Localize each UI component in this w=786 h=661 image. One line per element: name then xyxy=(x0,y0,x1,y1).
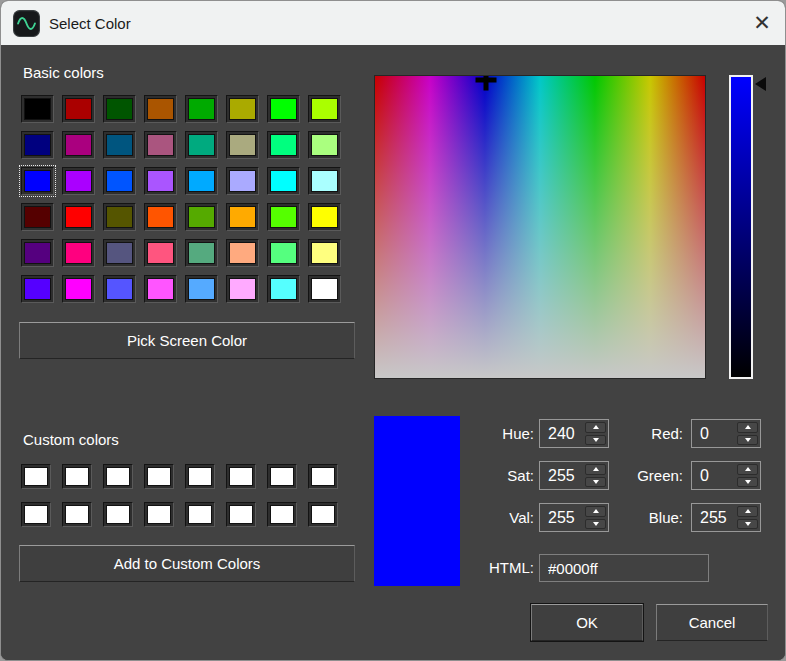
basic-color-swatch[interactable] xyxy=(185,95,218,123)
custom-color-swatch[interactable] xyxy=(226,464,256,489)
basic-color-swatch[interactable] xyxy=(144,167,177,195)
custom-color-swatch[interactable] xyxy=(185,464,215,489)
basic-color-swatch[interactable] xyxy=(62,131,95,159)
blue-spinbox[interactable]: 255 xyxy=(691,503,761,532)
basic-color-swatch[interactable] xyxy=(185,203,218,231)
basic-color-swatch[interactable] xyxy=(103,131,136,159)
basic-color-swatch[interactable] xyxy=(267,95,300,123)
basic-color-swatch[interactable] xyxy=(185,131,218,159)
hue-saturation-picker[interactable] xyxy=(374,75,706,379)
basic-color-swatch[interactable] xyxy=(308,275,341,303)
basic-color-swatch[interactable] xyxy=(21,203,54,231)
basic-color-swatch[interactable] xyxy=(103,275,136,303)
basic-color-swatch[interactable] xyxy=(267,131,300,159)
green-spinbox[interactable]: 0 xyxy=(691,461,761,490)
blue-spin-up-button[interactable] xyxy=(737,506,758,517)
custom-color-swatch[interactable] xyxy=(144,464,174,489)
basic-color-swatch[interactable] xyxy=(144,275,177,303)
swatch-color xyxy=(65,170,92,192)
custom-color-swatch[interactable] xyxy=(267,464,297,489)
red-spin-up-button[interactable] xyxy=(737,422,758,433)
basic-color-swatch[interactable] xyxy=(185,239,218,267)
custom-color-swatch[interactable] xyxy=(308,502,338,527)
value-slider[interactable] xyxy=(729,75,753,379)
picker-crosshair-icon[interactable] xyxy=(476,75,497,90)
basic-color-swatch[interactable] xyxy=(226,95,259,123)
basic-color-swatch[interactable] xyxy=(226,131,259,159)
basic-color-swatch[interactable] xyxy=(62,95,95,123)
basic-color-swatch[interactable] xyxy=(21,167,54,195)
custom-color-swatch[interactable] xyxy=(103,464,133,489)
basic-color-swatch[interactable] xyxy=(103,95,136,123)
swatch-color xyxy=(229,278,256,300)
basic-color-swatch[interactable] xyxy=(144,239,177,267)
basic-color-swatch[interactable] xyxy=(21,239,54,267)
value-slider-arrow-icon[interactable] xyxy=(755,77,766,91)
custom-color-swatch[interactable] xyxy=(308,464,338,489)
basic-color-swatch[interactable] xyxy=(62,239,95,267)
basic-color-swatch[interactable] xyxy=(267,275,300,303)
blue-spin-down-button[interactable] xyxy=(737,519,758,530)
basic-color-swatch[interactable] xyxy=(21,275,54,303)
basic-color-swatch[interactable] xyxy=(185,167,218,195)
dialog-body: Basic colors Pick Screen Color Custom co… xyxy=(1,45,785,660)
basic-color-swatch[interactable] xyxy=(144,203,177,231)
basic-color-swatch[interactable] xyxy=(185,275,218,303)
swatch-color xyxy=(270,242,297,264)
basic-color-swatch[interactable] xyxy=(308,131,341,159)
custom-color-swatch[interactable] xyxy=(185,502,215,527)
custom-colors-grid xyxy=(21,464,338,527)
basic-color-swatch[interactable] xyxy=(308,95,341,123)
basic-color-swatch[interactable] xyxy=(21,131,54,159)
basic-color-swatch[interactable] xyxy=(62,275,95,303)
swatch-color xyxy=(106,134,133,156)
swatch-color xyxy=(229,134,256,156)
basic-color-swatch[interactable] xyxy=(308,239,341,267)
basic-color-swatch[interactable] xyxy=(226,167,259,195)
sat-label: Sat: xyxy=(431,461,534,490)
green-spin-up-button[interactable] xyxy=(737,464,758,475)
basic-color-swatch[interactable] xyxy=(267,203,300,231)
basic-color-swatch[interactable] xyxy=(226,239,259,267)
swatch-color xyxy=(106,98,133,120)
basic-color-swatch[interactable] xyxy=(267,167,300,195)
basic-color-swatch[interactable] xyxy=(144,95,177,123)
cancel-button[interactable]: Cancel xyxy=(656,604,768,641)
basic-color-swatch[interactable] xyxy=(144,131,177,159)
custom-color-swatch[interactable] xyxy=(267,502,297,527)
up-arrow-icon xyxy=(745,509,751,513)
swatch-color xyxy=(106,278,133,300)
green-spin-down-button[interactable] xyxy=(737,477,758,488)
close-icon[interactable]: ✕ xyxy=(739,1,785,45)
red-spin-down-button[interactable] xyxy=(737,435,758,446)
basic-color-swatch[interactable] xyxy=(103,239,136,267)
basic-color-swatch[interactable] xyxy=(267,239,300,267)
custom-color-swatch[interactable] xyxy=(144,502,174,527)
swatch-color xyxy=(65,242,92,264)
basic-color-swatch[interactable] xyxy=(308,203,341,231)
basic-color-swatch[interactable] xyxy=(103,203,136,231)
pick-screen-color-button[interactable]: Pick Screen Color xyxy=(19,322,355,359)
html-hex-input[interactable] xyxy=(539,554,709,582)
basic-color-swatch[interactable] xyxy=(226,275,259,303)
basic-color-swatch[interactable] xyxy=(62,167,95,195)
custom-color-swatch[interactable] xyxy=(21,464,51,489)
custom-color-swatch[interactable] xyxy=(21,502,51,527)
basic-color-swatch[interactable] xyxy=(226,203,259,231)
custom-color-swatch[interactable] xyxy=(62,464,92,489)
swatch-color xyxy=(147,278,174,300)
basic-color-swatch[interactable] xyxy=(62,203,95,231)
basic-color-swatch[interactable] xyxy=(21,95,54,123)
swatch-color xyxy=(24,170,51,192)
red-spinbox[interactable]: 0 xyxy=(691,419,761,448)
custom-color-swatch[interactable] xyxy=(62,502,92,527)
custom-color-swatch[interactable] xyxy=(103,502,133,527)
swatch-color xyxy=(147,505,171,524)
ok-button[interactable]: OK xyxy=(531,604,643,641)
up-arrow-icon xyxy=(745,467,751,471)
basic-color-swatch[interactable] xyxy=(103,167,136,195)
custom-color-swatch[interactable] xyxy=(226,502,256,527)
swatch-color xyxy=(24,134,51,156)
basic-color-swatch[interactable] xyxy=(308,167,341,195)
add-to-custom-colors-button[interactable]: Add to Custom Colors xyxy=(19,545,355,582)
